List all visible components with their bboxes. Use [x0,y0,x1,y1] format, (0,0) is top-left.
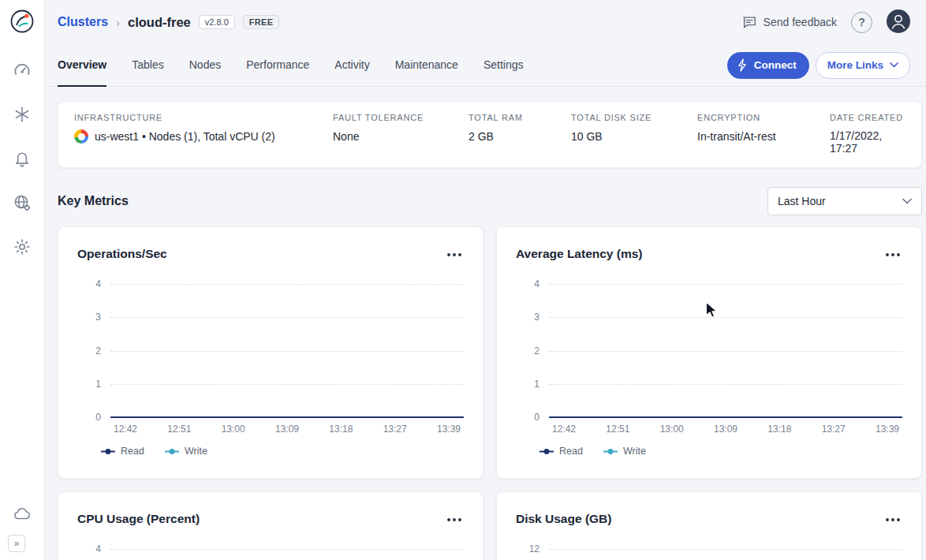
tab-settings[interactable]: Settings [484,44,524,87]
info-label: DATE CREATED [830,113,905,122]
tab-overview[interactable]: Overview [58,44,106,87]
connect-label: Connect [754,59,797,71]
legend-label: Read [121,446,144,457]
chart-more-button[interactable] [445,510,464,528]
chart-title: Operations/Sec [77,247,167,261]
y-axis-tick: 4 [77,278,101,290]
ellipsis-icon [885,252,901,257]
breadcrumb-clusters-link[interactable]: Clusters [58,15,108,29]
sidebar-item-alerts[interactable] [13,149,32,168]
chevron-down-icon [902,198,912,204]
bolt-icon [737,58,749,72]
gridline [110,351,464,352]
more-links-button[interactable]: More Links [816,52,910,79]
info-date-created: DATE CREATED 1/17/2022, 17:27 [830,113,905,155]
send-feedback-button[interactable]: Send feedback [741,14,837,30]
sidebar-expand-button[interactable]: » [8,535,25,552]
x-axis-tick: 12:51 [159,424,199,435]
tab-tables[interactable]: Tables [132,44,163,87]
chart-more-button[interactable] [883,510,902,528]
legend-marker-icon [603,448,618,455]
tab-nodes[interactable]: Nodes [189,44,221,87]
sidebar-item-cloud[interactable] [13,505,32,524]
sidebar-item-topology[interactable] [13,105,32,124]
chart-card-operations: Operations/Sec 0123412:4212:5113:0013:09… [58,226,484,479]
time-range-value: Last Hour [778,195,826,207]
infrastructure-text: us-west1 • Nodes (1), Total vCPU (2) [95,130,275,143]
gridline [110,317,464,318]
legend-item-write[interactable]: Write [603,446,646,457]
chart-title: Average Latency (ms) [516,247,643,261]
info-label: INFRASTRUCTURE [74,113,333,122]
sidebar-item-regions[interactable] [13,193,32,212]
y-axis-tick: 1 [516,378,540,390]
cockroachdb-logo-icon[interactable] [9,9,35,37]
y-axis-tick: 1 [77,378,101,390]
gauge-icon [13,61,32,80]
series-line-read [110,416,464,418]
chart-header: Average Latency (ms) [516,245,902,263]
chart-legend: ReadWrite [540,446,646,457]
chart-plot-latency: 0123412:4212:5113:0013:0913:1813:2713:39… [516,267,902,466]
chart-card-cpu: CPU Usage (Percent) 0123412:4212:5113:00… [58,491,484,560]
sidebar: » [0,0,45,560]
ellipsis-icon [446,517,462,522]
gridline [549,284,902,285]
legend-marker-icon [165,448,179,455]
y-axis-tick: 3 [77,311,101,323]
ellipsis-icon [885,517,901,522]
y-axis-tick: 4 [77,543,101,555]
gcp-icon [74,129,88,144]
gridline [110,284,464,285]
legend-marker-icon [101,448,115,455]
tab-activity[interactable]: Activity [334,44,369,87]
chart-card-latency: Average Latency (ms) 0123412:4212:5113:0… [496,226,922,479]
info-fault-tolerance: FAULT TOLERANCE None [333,113,469,155]
gear-icon [13,237,32,256]
info-label: ENCRYPTION [697,113,830,122]
key-metrics-header: Key Metrics Last Hour [58,187,922,215]
gridline [110,384,464,385]
info-label: FAULT TOLERANCE [333,113,469,122]
legend-item-write[interactable]: Write [165,446,207,457]
connect-button[interactable]: Connect [727,52,809,79]
question-mark-icon: ? [858,16,865,28]
user-icon [887,9,910,33]
chart-card-disk: Disk Usage (GB) 03691212:4212:5113:0013:… [496,491,922,560]
tab-bar: Overview Tables Nodes Performance Activi… [45,44,926,87]
chart-title: Disk Usage (GB) [516,512,611,526]
legend-item-read[interactable]: Read [101,446,144,457]
chart-header: Operations/Sec [77,245,464,263]
y-axis-tick: 3 [516,311,540,323]
chart-title: CPU Usage (Percent) [77,512,200,526]
y-axis-tick: 0 [516,411,540,424]
key-metrics-title: Key Metrics [58,194,129,208]
x-axis-tick: 13:00 [214,424,253,435]
y-axis-tick: 0 [77,411,101,424]
help-button[interactable]: ? [851,12,872,33]
x-axis-tick: 13:27 [375,424,415,435]
cluster-info-card: INFRASTRUCTURE us-west1 • Nodes (1), Tot… [58,101,922,168]
x-axis-tick: 13:09 [706,424,745,435]
info-value: In-transit/At-rest [697,129,830,144]
x-axis-tick: 12:51 [598,424,637,435]
legend-label: Read [559,446,583,457]
time-range-select[interactable]: Last Hour [767,187,922,215]
info-label: TOTAL RAM [469,113,571,122]
user-avatar[interactable] [887,9,910,35]
chart-legend: ReadWrite [101,446,207,457]
tab-performance[interactable]: Performance [246,44,309,87]
legend-marker-icon [540,448,554,455]
info-total-disk-size: TOTAL DISK SIZE 10 GB [571,113,697,155]
chart-plot-operations: 0123412:4212:5113:0013:0913:1813:2713:39… [77,267,464,466]
chart-more-button[interactable] [883,245,902,263]
x-axis-tick: 13:39 [868,424,907,435]
sidebar-item-settings[interactable] [13,237,32,256]
sidebar-item-dashboard[interactable] [13,61,32,80]
y-axis-tick: 2 [516,345,540,357]
chart-more-button[interactable] [445,245,464,263]
tab-maintenance[interactable]: Maintenance [395,44,458,87]
info-encryption: ENCRYPTION In-transit/At-rest [697,113,830,155]
legend-item-read[interactable]: Read [540,446,583,457]
sidebar-bottom: » [13,505,32,552]
